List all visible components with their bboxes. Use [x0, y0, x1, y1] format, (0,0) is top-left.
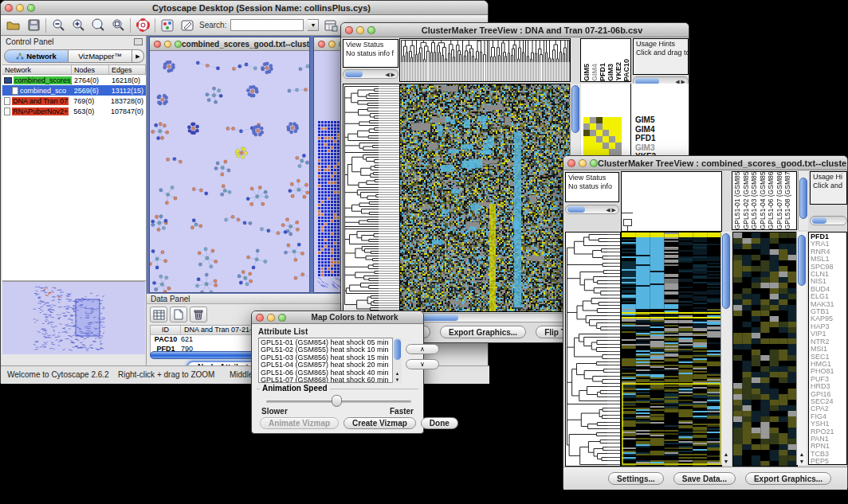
- tab-network[interactable]: Network: [4, 49, 69, 63]
- tree2-status-scrollbar[interactable]: ◀ ▶: [565, 205, 619, 214]
- attribute-list-label: Attribute List: [258, 327, 308, 336]
- save-session-icon[interactable]: [26, 18, 41, 33]
- select-attributes-icon[interactable]: [150, 307, 167, 322]
- gene-list-item[interactable]: PEP5: [811, 458, 845, 465]
- network-window1-titlebar[interactable]: combined_scores_good.txt--cluste...: [150, 37, 309, 51]
- minimize-button[interactable]: [328, 41, 336, 48]
- search-dropdown-icon[interactable]: ▼: [308, 19, 319, 31]
- float-panel-icon[interactable]: [134, 38, 143, 45]
- tree1-heatmap[interactable]: [399, 84, 571, 312]
- tree2-gene-list[interactable]: PFD1YRA1RNR4MSL1SPC98CLN1NIS1BUD4ELG1MAK…: [808, 232, 847, 465]
- close-button[interactable]: [5, 4, 13, 12]
- tree1-export-graphics-button[interactable]: Export Graphics...: [440, 326, 526, 338]
- tree2-view-status: View StatusNo status info: [565, 172, 619, 202]
- close-button[interactable]: [154, 41, 161, 48]
- main-titlebar[interactable]: Cytoscape Desktop (Session Name: collins…: [1, 1, 488, 15]
- tree2-action-button[interactable]: Save Data...: [673, 472, 736, 485]
- network-tab-icon: [16, 53, 24, 60]
- attribute-list[interactable]: GPL51-01 (GSM854) heat shock 05 minGPL51…: [258, 338, 402, 383]
- col-network[interactable]: Network: [2, 65, 72, 74]
- annotation-icon[interactable]: [179, 18, 195, 33]
- tree2-heatmap[interactable]: [621, 232, 722, 467]
- col-id[interactable]: ID: [151, 326, 181, 334]
- network-list-row[interactable]: DNA and Tran 07 769(0) 183728(0): [2, 96, 146, 106]
- animation-speed-slider-thumb[interactable]: [332, 395, 342, 407]
- tab-vizmapper[interactable]: VizMapper™: [69, 49, 132, 63]
- tree2-action-button[interactable]: Settings...: [608, 472, 664, 485]
- network-list-empty-area: [2, 116, 146, 281]
- slower-label: Slower: [261, 407, 288, 416]
- move-up-button[interactable]: ∧: [406, 344, 439, 354]
- new-attribute-icon[interactable]: [170, 307, 187, 322]
- tree2-titlebar[interactable]: ClusterMaker TreeView : combined_scores_…: [563, 156, 847, 170]
- tree1-usage-hints: Usage HintsClick and drag tc: [633, 38, 689, 75]
- tree2-column-dendrogram[interactable]: [621, 171, 722, 232]
- data-panel-title: Data Panel: [151, 295, 190, 303]
- tree2-zoom-scrollbar[interactable]: ▲▼: [796, 232, 807, 465]
- tree2-zoom-heatmap[interactable]: [732, 232, 798, 467]
- close-button[interactable]: [318, 41, 325, 48]
- minimize-button[interactable]: [579, 159, 587, 167]
- tab-overflow-icon[interactable]: ▶: [132, 49, 144, 63]
- network-list-row[interactable]: combined_scores_ 2764(0) 16218(0): [2, 75, 146, 85]
- zoom-button[interactable]: [367, 26, 375, 34]
- zoom-button[interactable]: [175, 41, 182, 48]
- tree2-labels-scrollbar[interactable]: [798, 171, 808, 230]
- network-view-window-1: combined_scores_good.txt--cluste...: [149, 37, 310, 293]
- minimize-button[interactable]: [267, 314, 275, 322]
- minimize-button[interactable]: [356, 26, 364, 34]
- treeview-window-combined: ClusterMaker TreeView : combined_scores_…: [563, 155, 848, 490]
- tree1-status-scrollbar[interactable]: ◀ ▶: [343, 69, 398, 79]
- minimize-button[interactable]: [16, 4, 24, 12]
- tree1-mini-heatmap[interactable]: [583, 117, 622, 155]
- move-down-button[interactable]: ∨: [406, 359, 439, 369]
- data-table-icon[interactable]: [323, 18, 339, 33]
- network-list: Network Nodes Edges combined_scores_ 276…: [2, 64, 146, 116]
- attribute-list-item[interactable]: GPL51-07 (GSM868) heat shock 60 min: [261, 377, 399, 383]
- delete-attribute-icon[interactable]: [190, 307, 207, 322]
- col-edges[interactable]: Edges: [109, 65, 146, 74]
- animate-vizmap-button[interactable]: Animate Vizmap: [260, 417, 339, 429]
- tree2-row-dendrogram[interactable]: [565, 232, 621, 467]
- zoom-actual-icon[interactable]: [90, 18, 106, 33]
- network-list-row[interactable]: RNAPuberNov2+ 563(0) 107847(0): [2, 106, 146, 116]
- tree2-column-labels: GPL51-01 (GSM854)GPL51-02 (GSM855)GPL51-…: [732, 171, 797, 230]
- tree1-horizontal-scrollbar[interactable]: [399, 313, 569, 322]
- tree2-heatmap-scrollbar[interactable]: ▲▼: [720, 232, 731, 465]
- network-list-row[interactable]: combined_sco 2569(6) 13112(15): [2, 85, 146, 96]
- tree2-hints-scrollbar[interactable]: [810, 216, 847, 225]
- open-session-icon[interactable]: [6, 18, 22, 33]
- help-icon[interactable]: [135, 18, 151, 33]
- zoom-fit-icon[interactable]: [110, 18, 126, 33]
- attribute-list-scrollbar[interactable]: ▲▼: [392, 338, 402, 383]
- tree1-row-dendrogram[interactable]: [343, 84, 400, 312]
- zoom-out-icon[interactable]: [50, 18, 66, 33]
- tree1-view-status: View StatusNo status info f: [343, 39, 398, 68]
- minimize-button[interactable]: [164, 41, 171, 48]
- tree1-column-dendrogram[interactable]: [399, 38, 571, 82]
- tree2-action-button[interactable]: Export Graphics...: [745, 472, 831, 485]
- status-zoom-hint: Right-click + drag to ZOOM: [118, 370, 214, 379]
- col-nodes[interactable]: Nodes: [72, 65, 109, 74]
- network-canvas-1[interactable]: [150, 51, 309, 292]
- tree1-titlebar[interactable]: ClusterMaker TreeView : DNA and Tran 07-…: [341, 23, 689, 37]
- vizmapper-icon[interactable]: [159, 18, 175, 33]
- tree2-title: ClusterMaker TreeView : combined_scores_…: [598, 158, 847, 168]
- zoom-button[interactable]: [590, 159, 598, 167]
- zoom-button[interactable]: [27, 4, 35, 12]
- close-button[interactable]: [345, 26, 353, 34]
- dialog-titlebar[interactable]: Map Colors to Network: [252, 311, 423, 324]
- status-welcome: Welcome to Cytoscape 2.6.2: [7, 370, 109, 379]
- tree2-usage-hints: Usage HiClick and: [810, 171, 847, 205]
- zoom-in-icon[interactable]: [70, 18, 86, 33]
- close-button[interactable]: [256, 314, 264, 322]
- zoom-button[interactable]: [278, 314, 286, 322]
- network-overview-thumbnail[interactable]: [2, 281, 145, 354]
- window-controls[interactable]: [5, 4, 35, 12]
- create-vizmap-button[interactable]: Create Vizmap: [344, 417, 416, 429]
- close-button[interactable]: [567, 159, 575, 167]
- done-button[interactable]: Done: [421, 417, 458, 429]
- animation-speed-label: Animation Speed: [260, 384, 330, 393]
- main-window-title: Cytoscape Desktop (Session Name: collins…: [35, 3, 488, 13]
- search-input[interactable]: [230, 19, 304, 31]
